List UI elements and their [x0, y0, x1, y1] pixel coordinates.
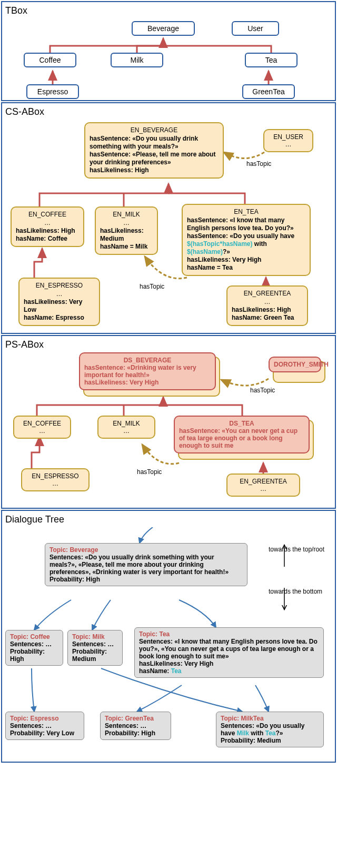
cs-esp-dots: … [24, 290, 95, 298]
dlg-gt-p: Probability: High [105, 729, 155, 737]
dlg-gt-topic: Topic: GreenTea [105, 715, 166, 722]
dlg-tea-like: hasLikeliness: Very High [139, 660, 213, 667]
dlg-tea-topic: Topic: Tea [139, 630, 319, 638]
dlg-esp-s: Sentences: … [10, 722, 52, 729]
dlg-milk-p: Probability: Medium [72, 648, 107, 663]
cs-gt-name: EN_GREENTEA [232, 290, 303, 297]
ps-hastopic-2: hasTopic [137, 468, 162, 476]
ps-bev-like: hasLikeliness: Very High [84, 379, 211, 386]
cs-beverage: EN_BEVERAGE hasSentence: «Do you usually… [84, 122, 224, 179]
ps-milk-dots: … [103, 427, 150, 435]
cs-tea-like: hasLikeliness: Very High [187, 256, 261, 263]
dialogue-title: Dialogue Tree [5, 514, 332, 525]
cs-coffee-dots: … [16, 219, 79, 227]
cs-bev-s1: hasSentence: «Do you usually drink somet… [90, 135, 198, 150]
dlg-beverage: Topic: Beverage Sentences: «Do you usual… [45, 543, 247, 586]
ps-gt-dots: … [232, 485, 295, 492]
cs-tea-hname: hasName = Tea [187, 264, 233, 271]
dlg-cof-p: Probability: High [10, 648, 45, 663]
cs-milk: EN_MILK … hasLikeliness: Medium hasName … [95, 206, 158, 255]
cs-greentea: EN_GREENTEA … hasLikeliness: High hasNam… [226, 285, 308, 326]
csabox-title: CS-ABox [5, 106, 332, 117]
dlg-milk: Topic: Milk Sentences: … Probability: Me… [67, 630, 123, 666]
cs-esp-like: hasLikeliness: Very Low [24, 298, 82, 313]
ps-esp-dots: … [26, 480, 84, 487]
cs-coffee-name: EN_COFFEE [16, 211, 79, 218]
cs-milk-hname: hasName = Milk [100, 243, 147, 250]
dlg-mt-p: Probability: Medium [221, 737, 281, 744]
dlg-cof-s: Sentences: … [10, 640, 52, 648]
dlg-cof-topic: Topic: Coffee [10, 633, 58, 640]
cs-tea-s1: hasSentence: «I know that many English p… [187, 216, 294, 232]
dlg-milktea: Topic: MilkTea Sentences: «Do you usuall… [216, 712, 324, 747]
ps-tea: DS_TEA hasSentence: «You can never get a… [174, 416, 310, 453]
cs-user-dots: … [269, 141, 308, 148]
cs-coffee-like: hasLikeliness: High [16, 227, 75, 234]
node-espresso: Espresso [26, 84, 79, 99]
cs-gt-hname: hasName: Green Tea [232, 314, 294, 321]
dlg-milk-topic: Topic: Milk [72, 633, 118, 640]
ps-coffee-dots: … [18, 427, 66, 435]
ps-beverage: DS_BEVERAGE hasSentence: «Drinking water… [79, 352, 216, 390]
node-beverage: Beverage [132, 21, 195, 36]
cs-user: EN_USER … [263, 129, 313, 152]
ps-coffee: EN_COFFEE … [13, 416, 71, 439]
dlg-tea: Topic: Tea Sentences: «I know that many … [134, 627, 324, 678]
dlg-mt-topic: Topic: MilkTea [221, 715, 319, 722]
dlg-mt-v2: Tea [265, 729, 276, 737]
dialogue-panel: Dialogue Tree towards the top/root t [1, 510, 336, 763]
ps-bev-s1: hasSentence: «Drinking water is very imp… [84, 364, 211, 379]
cs-tea-s2b: with [252, 240, 266, 248]
ps-milk-name: EN_MILK [103, 420, 150, 427]
cs-tea-var2: $(hasName) [187, 248, 223, 255]
node-user: User [232, 21, 279, 36]
node-greentea: GreenTea [242, 84, 295, 99]
legend-top: towards the top/root [269, 546, 326, 553]
cs-gt-dots: … [232, 298, 303, 306]
dlg-coffee: Topic: Coffee Sentences: … Probability: … [5, 630, 63, 666]
dlg-mt-sc: ?» [276, 729, 283, 737]
dlg-bev-p: Probability: High [49, 576, 100, 583]
cs-esp-hname: hasName: Espresso [24, 314, 84, 321]
ps-bev-name: DS_BEVERAGE [84, 357, 211, 364]
cs-milk-like: hasLikeliness: Medium [100, 227, 144, 242]
dlg-milk-s: Sentences: … [72, 640, 114, 648]
dlg-mt-slbl: Sentences [221, 722, 252, 729]
dlg-espresso: Topic: Espresso Sentences: … Probability… [5, 712, 84, 740]
ps-milk: EN_MILK … [97, 416, 155, 439]
cs-espresso: EN_ESPRESSO … hasLikeliness: Very Low ha… [18, 278, 100, 326]
node-tea: Tea [245, 53, 298, 67]
ps-tea-name: DS_TEA [179, 420, 304, 427]
tbox-title: TBox [5, 5, 332, 16]
tbox-panel: TBox Beverage User Coffee Milk Tea Espre… [1, 1, 336, 101]
dlg-tea-hname-lbl: hasName: [139, 667, 171, 675]
cs-milk-name: EN_MILK [100, 211, 153, 218]
cs-bev-like: hasLikeliness: High [90, 166, 149, 174]
dlg-esp-p: Probability: Very Low [10, 729, 74, 737]
ps-espresso: EN_ESPRESSO … [21, 468, 90, 491]
cs-user-name: EN_USER [269, 133, 308, 141]
cs-coffee-hname: hasName: Coffee [16, 235, 67, 242]
cs-tea-name: EN_TEA [187, 208, 305, 215]
cs-tea: EN_TEA hasSentence: «I know that many En… [182, 204, 311, 276]
dlg-esp-topic: Topic: Espresso [10, 715, 80, 722]
legend-bottom: towards the bottom [269, 588, 326, 595]
cs-tea-var1: $(hasTopic*hasName) [187, 240, 252, 248]
node-coffee: Coffee [24, 53, 76, 67]
ps-hastopic-1: hasTopic [250, 387, 275, 394]
psabox-title: PS-ABox [5, 339, 332, 350]
dlg-gt-s: Sentences: … [105, 722, 146, 729]
cs-hastopic-2: hasTopic [140, 283, 164, 290]
cs-tea-s2c: ?» [223, 248, 230, 255]
ps-coffee-name: EN_COFFEE [18, 420, 66, 427]
dlg-mt-v1: Milk [237, 729, 249, 737]
dlg-mt-sb: with [249, 729, 265, 737]
ps-esp-name: EN_ESPRESSO [26, 472, 84, 480]
ps-gt-name: EN_GREENTEA [232, 478, 295, 485]
cs-bev-s2: hasSentence: «Please, tell me more about… [90, 151, 215, 166]
cs-gt-like: hasLikeliness: High [232, 306, 291, 313]
dlg-bev-s: Sentences: «Do you usually drink somethi… [49, 554, 229, 576]
cs-hastopic-1: hasTopic [246, 160, 271, 167]
cs-beverage-name: EN_BEVERAGE [90, 126, 219, 134]
cs-tea-s2a: hasSentence: «Do you usually have [187, 232, 294, 240]
